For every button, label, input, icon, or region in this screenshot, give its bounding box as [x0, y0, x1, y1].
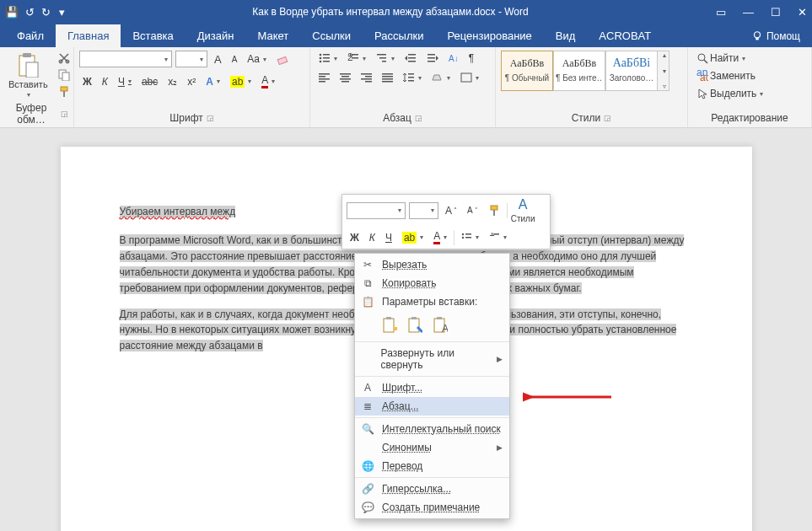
ctx-font[interactable]: AШрифт...: [355, 378, 509, 397]
mini-bullets[interactable]: ▾: [458, 231, 482, 244]
select-button[interactable]: Выделить▾: [693, 86, 766, 101]
align-left-button[interactable]: [315, 72, 333, 84]
line-spacing-button[interactable]: ▾: [400, 71, 425, 84]
svg-rect-37: [340, 78, 351, 80]
mini-font-color[interactable]: A▾: [430, 228, 450, 246]
bullets-button[interactable]: ▾: [315, 51, 341, 65]
ctx-translate[interactable]: 🌐Перевод: [355, 457, 509, 475]
align-center-button[interactable]: [336, 72, 354, 84]
save-icon[interactable]: 💾: [5, 6, 19, 19]
ctx-cut[interactable]: ✂Вырезать: [355, 255, 509, 274]
paste-text-only[interactable]: A: [429, 314, 451, 336]
close-icon[interactable]: ✕: [798, 6, 807, 19]
mini-numbering[interactable]: 1▾: [486, 231, 510, 244]
sort-button[interactable]: A↓: [445, 52, 462, 65]
shading-button[interactable]: ▾: [428, 71, 454, 84]
ctx-paste-options[interactable]: 📋Параметры вставки:: [355, 292, 509, 311]
align-justify-button[interactable]: [379, 72, 396, 84]
mini-underline[interactable]: Ч: [382, 230, 395, 245]
bold-button[interactable]: Ж: [79, 74, 95, 89]
paste-merge[interactable]: [404, 314, 426, 336]
clear-format-button[interactable]: [273, 51, 292, 67]
tab-references[interactable]: Ссылки: [300, 24, 363, 47]
mini-italic[interactable]: К: [366, 230, 379, 245]
launcher-icon[interactable]: ◲: [604, 114, 611, 122]
borders-button[interactable]: ▾: [457, 71, 482, 84]
replace-button[interactable]: abacЗаменить: [693, 68, 759, 83]
show-marks-button[interactable]: ¶: [465, 51, 477, 66]
multilevel-button[interactable]: ▾: [373, 51, 398, 65]
mini-highlight[interactable]: ab▾: [399, 230, 427, 245]
paste-button[interactable]: Вставить ▾: [5, 51, 51, 100]
format-painter-button[interactable]: [55, 84, 73, 99]
tab-design[interactable]: Дизайн: [186, 24, 246, 47]
ctx-expand[interactable]: Развернуть или свернуть▶: [355, 344, 509, 374]
tab-view[interactable]: Вид: [544, 24, 588, 47]
italic-button[interactable]: К: [99, 74, 111, 89]
indent-decrease-button[interactable]: [401, 51, 420, 65]
font-color-button[interactable]: A▾: [258, 72, 278, 90]
launcher-icon[interactable]: ◲: [415, 114, 422, 122]
mini-font-size[interactable]: ▾: [409, 202, 438, 219]
style-heading1[interactable]: АаБбВі Заголово…: [605, 51, 658, 91]
superscript-button[interactable]: x²: [184, 74, 199, 89]
launcher-icon[interactable]: ◲: [207, 114, 214, 122]
tab-acrobat[interactable]: ACROBAT: [587, 24, 663, 47]
strike-button[interactable]: abc: [138, 74, 161, 89]
svg-rect-11: [277, 56, 287, 64]
copy-button[interactable]: [55, 67, 73, 83]
tab-mailings[interactable]: Рассылки: [363, 24, 435, 47]
tell-me[interactable]: Помощ: [739, 25, 812, 47]
mini-styles-button[interactable]: A Стили: [511, 197, 535, 223]
tab-home[interactable]: Главная: [56, 24, 121, 47]
highlight-button[interactable]: ab▾: [227, 74, 255, 89]
ctx-hyperlink[interactable]: 🔗Гиперссылка...: [355, 480, 509, 498]
grow-font-button[interactable]: A: [211, 51, 225, 67]
underline-button[interactable]: Ч▾: [115, 74, 135, 89]
find-button[interactable]: Найти▾: [693, 51, 749, 66]
tab-review[interactable]: Рецензирование: [435, 24, 543, 47]
mini-grow-font[interactable]: A˄: [442, 203, 460, 218]
mini-font-family[interactable]: ▾: [347, 202, 406, 219]
copy-icon: [58, 69, 70, 81]
multilevel-icon: [376, 53, 388, 63]
styles-gallery-scroll[interactable]: ▴ ▾ ▿: [658, 51, 669, 91]
window-buttons: ▭ — ☐ ✕: [716, 6, 807, 19]
indent-increase-button[interactable]: [423, 51, 442, 65]
qat-customize-icon[interactable]: ▾: [59, 6, 65, 19]
cut-button[interactable]: [55, 51, 73, 66]
ribbon-options-icon[interactable]: ▭: [716, 6, 726, 19]
shrink-font-button[interactable]: A: [229, 53, 241, 66]
mini-shrink-font[interactable]: A˅: [464, 204, 481, 217]
ctx-paragraph[interactable]: ≣Абзац...: [355, 397, 509, 416]
style-normal[interactable]: АаБбВв ¶ Обычный: [501, 51, 553, 91]
ribbon: Вставить ▾ Буфер обм…◲ ▾ ▾ A A Aa▾: [0, 47, 812, 128]
tab-layout[interactable]: Макет: [245, 24, 300, 47]
svg-point-59: [462, 237, 464, 239]
ctx-synonyms[interactable]: Синонимы▶: [355, 438, 509, 457]
launcher-icon[interactable]: ◲: [61, 110, 68, 118]
minimize-icon[interactable]: —: [743, 6, 754, 19]
subscript-button[interactable]: x₂: [164, 74, 180, 89]
paste-keep-source[interactable]: [379, 314, 401, 336]
style-no-spacing[interactable]: АаБбВв ¶ Без инте…: [553, 51, 605, 91]
font-family-combo[interactable]: ▾: [79, 51, 172, 67]
tab-insert[interactable]: Вставка: [121, 24, 185, 47]
maximize-icon[interactable]: ☐: [771, 6, 781, 19]
svg-rect-24: [382, 61, 386, 62]
ctx-copy[interactable]: ⧉Копировать: [355, 274, 509, 292]
svg-text:A: A: [442, 323, 448, 334]
numbering-button[interactable]: 12▾: [344, 51, 369, 65]
svg-rect-44: [382, 76, 393, 78]
align-right-button[interactable]: [358, 72, 375, 84]
text-effects-button[interactable]: A▾: [202, 74, 223, 89]
mini-bold[interactable]: Ж: [347, 230, 363, 245]
ctx-comment[interactable]: 💬Создать примечание: [355, 498, 509, 517]
change-case-button[interactable]: Aa▾: [244, 51, 270, 67]
mini-format-painter[interactable]: [485, 203, 503, 218]
tab-file[interactable]: Файл: [5, 24, 56, 47]
ctx-smart-lookup[interactable]: 🔍Интеллектуальный поиск: [355, 420, 509, 438]
undo-icon[interactable]: ↺: [25, 6, 35, 19]
redo-icon[interactable]: ↻: [41, 6, 51, 19]
font-size-combo[interactable]: ▾: [175, 51, 207, 67]
